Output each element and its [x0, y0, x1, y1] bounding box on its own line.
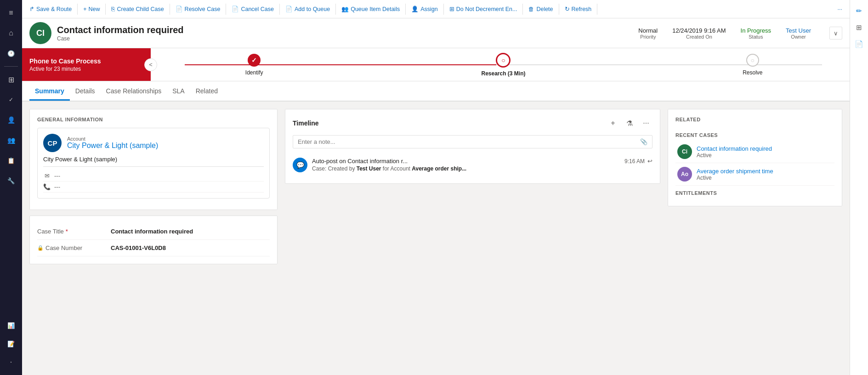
note-input-area[interactable]: 📎 [293, 135, 652, 148]
timeline-item-title[interactable]: Auto-post on Contact information r... [312, 158, 408, 165]
process-banner[interactable]: Phone to Case Process Active for 23 minu… [22, 48, 151, 81]
recent-cases-title: RECENT CASES [675, 128, 834, 141]
refresh-button[interactable]: ↻ Refresh [561, 3, 596, 15]
process-step-research[interactable]: ○ Research (3 Min) [425, 53, 582, 77]
step-label-identify: Identify [245, 69, 263, 76]
nav-activities-icon[interactable]: ✓ [2, 91, 20, 109]
toolbar-sep-7 [405, 4, 406, 15]
timeline-item-header: Auto-post on Contact information r... 9:… [312, 158, 652, 165]
related-case-ao-status: Active [697, 175, 833, 181]
right-panel-doc-button[interactable]: 📄 [852, 37, 867, 51]
queue-details-icon: 👥 [341, 6, 349, 12]
related-case-ci[interactable]: Ci Contact information required Active [675, 141, 834, 163]
body-user: Test User [357, 165, 381, 172]
step-circle-identify: ✓ [248, 54, 261, 67]
case-number-label-text: Case Number [45, 244, 82, 251]
queue-item-details-button[interactable]: 👥 Queue Item Details [338, 3, 403, 15]
timeline-add-button[interactable]: + [607, 117, 619, 130]
account-name[interactable]: City Power & Light (sample) [67, 142, 158, 150]
toolbar-sep-8 [443, 4, 444, 15]
more-button[interactable]: ··· [834, 4, 846, 15]
record-header: CI Contact information required Case Nor… [22, 18, 850, 48]
cancel-case-button[interactable]: 📄 Cancel Case [228, 3, 278, 15]
general-info-card: GENERAL INFORMATION CP Account City Powe… [29, 109, 278, 210]
nav-cases-icon[interactable]: 📋 [2, 151, 20, 170]
nav-home-icon[interactable]: ⌂ [2, 24, 20, 42]
process-step-resolve[interactable]: ○ Resolve [674, 54, 831, 76]
right-panel-edit-button[interactable]: ✏ [852, 4, 867, 18]
account-info: Account City Power & Light (sample) [67, 136, 158, 150]
record-avatar: CI [29, 22, 51, 44]
process-bar: Phone to Case Process Active for 23 minu… [22, 48, 850, 81]
nav-accounts-icon[interactable]: 👤 [2, 111, 20, 129]
account-label: Account [67, 136, 158, 142]
timeline-item: 💬 Auto-post on Contact information r... … [293, 154, 652, 176]
entitlements-title: ENTITLEMENTS [675, 186, 834, 199]
case-title-label-text: Case Title [37, 228, 64, 235]
record-meta: Normal Priority 12/24/2019 9:16 AM Creat… [638, 27, 842, 40]
step-circle-resolve: ○ [746, 54, 759, 67]
tab-sla[interactable]: SLA [167, 83, 190, 101]
save-route-button[interactable]: ↱ Save & Route [26, 3, 75, 15]
add-to-queue-button[interactable]: 📄 Add to Queue [282, 3, 334, 15]
toolbar-sep-6 [335, 4, 336, 15]
owner-value[interactable]: Test User [786, 27, 811, 34]
case-title-row: Case Title * Contact information require… [37, 223, 270, 240]
record-title: Contact information required [57, 25, 638, 35]
body-suffix: for Account [381, 165, 412, 172]
contact-phone-value: --- [54, 183, 60, 190]
meta-created-on: 12/24/2019 9:16 AM Created On [672, 27, 726, 40]
delete-button[interactable]: 🗑 Delete [525, 4, 556, 15]
nav-recent-icon[interactable]: 🕐 [2, 44, 20, 62]
toolbar-sep-1 [77, 4, 78, 15]
more-icon: ··· [838, 6, 842, 12]
resolve-case-button[interactable]: 📄 Resolve Case [172, 3, 224, 15]
tab-related[interactable]: Related [190, 83, 223, 101]
tab-case-relationships[interactable]: Case Relationships [101, 83, 167, 101]
nav-dashboards-icon[interactable]: ⊞ [2, 70, 20, 89]
timeline-item-reply-icon[interactable]: ↩ [647, 158, 652, 165]
toolbar-sep-3 [170, 4, 170, 15]
body-prefix: Case: Created by [312, 165, 357, 172]
process-step-identify[interactable]: ✓ Identify [176, 54, 333, 76]
contact-email-value: --- [54, 172, 60, 179]
timeline-filter-button[interactable]: ⚗ [623, 117, 636, 130]
note-input[interactable] [298, 138, 640, 145]
timeline-actions: + ⚗ ··· [607, 117, 652, 130]
related-case-ao-avatar: Ao [677, 167, 692, 182]
panel-left: GENERAL INFORMATION CP Account City Powe… [29, 109, 278, 368]
case-title-label: Case Title * [37, 228, 111, 235]
nav-bottom-dot[interactable]: · [2, 353, 20, 371]
toolbar-sep-11 [597, 4, 597, 15]
tab-summary[interactable]: Summary [29, 83, 70, 101]
tab-details[interactable]: Details [70, 83, 101, 101]
nav-contacts-icon[interactable]: 👥 [2, 131, 20, 149]
priority-value: Normal [638, 27, 658, 34]
panel-right: RELATED RECENT CASES Ci Contact informat… [668, 109, 842, 368]
case-title-value[interactable]: Contact information required [111, 228, 193, 235]
nav-reports-icon[interactable]: 📊 [2, 316, 20, 335]
nav-notes-icon[interactable]: 📝 [2, 335, 20, 353]
do-not-decrement-button[interactable]: ⊞ Do Not Decrement En... [446, 3, 521, 15]
new-button[interactable]: + New [79, 4, 103, 15]
process-steps: ✓ Identify ○ Research (3 Min) ○ Resolve [157, 53, 850, 77]
contact-phone-row: 📞 --- [43, 182, 264, 193]
nav-menu-icon[interactable]: ≡ [2, 4, 20, 22]
timeline-item-icon: 💬 [293, 158, 307, 172]
nav-tools-icon[interactable]: 🔧 [2, 171, 20, 190]
new-icon: + [83, 6, 86, 12]
header-expand-button[interactable]: ∨ [829, 27, 842, 40]
related-case-ao[interactable]: Ao Average order shipment time Active [675, 163, 834, 186]
toolbar-sep-4 [226, 4, 226, 15]
timeline-item-time: 9:16 AM [624, 158, 645, 165]
contact-email-row: ✉ --- [43, 170, 264, 182]
assign-button[interactable]: 👤 Assign [408, 3, 442, 15]
body-account[interactable]: Average order ship... [412, 165, 466, 172]
case-number-label: 🔒 Case Number [37, 244, 111, 251]
process-collapse-button[interactable]: < [144, 58, 157, 71]
create-child-button[interactable]: ⎘ Create Child Case [108, 4, 167, 15]
right-panel-grid-button[interactable]: ⊞ [852, 20, 867, 35]
general-info-title: GENERAL INFORMATION [37, 117, 270, 122]
tabs-bar: Summary Details Case Relationships SLA R… [22, 81, 850, 102]
timeline-more-button[interactable]: ··· [640, 117, 652, 130]
